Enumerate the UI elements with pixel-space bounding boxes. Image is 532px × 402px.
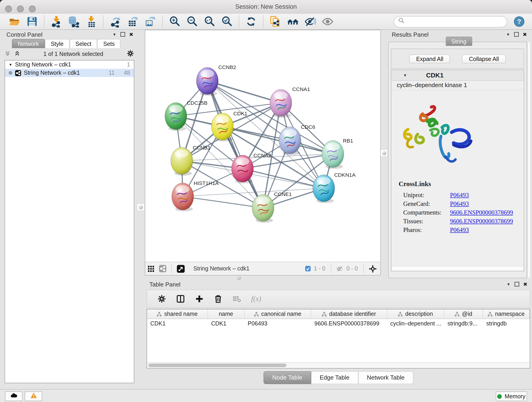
- table-cell[interactable]: CDK1: [208, 319, 244, 328]
- tab-edge-table[interactable]: Edge Table: [311, 371, 358, 384]
- delete-column-icon[interactable]: [214, 294, 223, 303]
- network-node-CCNB2[interactable]: CCNB2: [196, 64, 236, 96]
- cloud-status-button[interactable]: [5, 391, 22, 401]
- results-hscrollbar[interactable]: [392, 266, 523, 270]
- show-all-icon[interactable]: [322, 16, 334, 27]
- tab-network[interactable]: Network: [12, 39, 45, 48]
- table-cell[interactable]: CDK1: [147, 319, 208, 328]
- section-collapse-icon[interactable]: ▼: [403, 73, 407, 77]
- table-cell[interactable]: stringdb: [483, 319, 530, 328]
- crosslink-link[interactable]: P06493: [450, 226, 469, 234]
- table-hscrollbar[interactable]: [147, 362, 530, 368]
- apply-layout-icon[interactable]: [245, 16, 257, 27]
- table-menu-icon[interactable]: ▼: [507, 282, 510, 286]
- zoom-in-icon[interactable]: [169, 16, 181, 27]
- table-cell[interactable]: 9606.ENSP00000378699: [311, 319, 387, 328]
- table-cell[interactable]: stringdb:9...: [444, 319, 483, 328]
- crosslink-link[interactable]: P06493: [450, 200, 469, 207]
- network-edge[interactable]: [183, 196, 263, 208]
- table-float-icon[interactable]: [515, 282, 519, 287]
- selected-checkbox-icon[interactable]: [305, 266, 311, 271]
- add-column-icon[interactable]: [195, 294, 204, 303]
- search-box[interactable]: [394, 16, 507, 27]
- network-node-CCNA1[interactable]: CCNA1: [270, 86, 310, 118]
- hidden-eye-icon[interactable]: [336, 265, 343, 272]
- first-neighbors-icon[interactable]: [287, 16, 299, 27]
- expand-all-icon[interactable]: [14, 51, 20, 58]
- warning-status-button[interactable]: [25, 391, 42, 401]
- column-header-name[interactable]: name: [208, 309, 244, 319]
- tab-select[interactable]: Select: [70, 39, 97, 48]
- protein-section-header[interactable]: ▼ CDK1: [391, 70, 524, 81]
- hide-selected-icon[interactable]: [304, 16, 316, 27]
- crosslink-link[interactable]: 9606.ENSP00000378699: [450, 217, 513, 225]
- grid-view-icon[interactable]: [147, 265, 154, 272]
- column-header-description[interactable]: description: [387, 309, 444, 319]
- network-node-RB1[interactable]: RB1: [322, 138, 353, 169]
- save-session-icon[interactable]: [26, 16, 38, 27]
- tab-sets[interactable]: Sets: [97, 39, 121, 48]
- table-cell[interactable]: P06493: [244, 319, 311, 328]
- table-options-gear-icon[interactable]: [157, 294, 166, 303]
- import-table-icon[interactable]: [85, 16, 97, 27]
- bottom-splitter-handle[interactable]: [236, 275, 241, 280]
- show-columns-icon[interactable]: [176, 294, 185, 303]
- network-node-CDKN1A[interactable]: CDKN1A: [313, 172, 355, 203]
- results-float-icon[interactable]: [514, 32, 519, 37]
- column-header-shared-name[interactable]: shared name: [147, 309, 208, 319]
- left-splitter-handle[interactable]: [138, 204, 144, 211]
- panel-menu-icon[interactable]: ▼: [113, 32, 116, 36]
- birdseye-view-icon[interactable]: [177, 265, 185, 273]
- search-input[interactable]: [407, 18, 503, 25]
- tab-network-table[interactable]: Network Table: [358, 371, 413, 384]
- network-node-CCNE1[interactable]: CCNE1: [252, 191, 292, 223]
- network-edge[interactable]: [222, 127, 333, 154]
- export-image-icon[interactable]: [144, 16, 156, 27]
- results-vscrollbar[interactable]: [527, 42, 531, 278]
- crosslink-link[interactable]: P06493: [450, 191, 469, 199]
- network-edge[interactable]: [207, 81, 281, 103]
- memory-button[interactable]: Memory: [496, 391, 527, 401]
- table-hscroll-thumb[interactable]: [148, 364, 286, 367]
- export-network-icon[interactable]: [109, 16, 121, 27]
- table-row[interactable]: CDK1CDK1P064939606.ENSP00000378699cyclin…: [147, 319, 530, 328]
- zoom-fit-icon[interactable]: [203, 16, 215, 27]
- panel-close-icon[interactable]: ✖: [129, 32, 133, 37]
- network-node-CCNA2[interactable]: CCNA2: [232, 153, 271, 184]
- network-view-icon[interactable]: [159, 265, 166, 272]
- collapse-all-button[interactable]: Collapse All: [462, 54, 506, 63]
- expand-all-button[interactable]: Expand All: [409, 54, 450, 63]
- network-graph[interactable]: CCNB2CCNA1CDC25BCDK1CDC6RB1CCNB1CCNA2CDK…: [145, 30, 380, 262]
- fit-selected-crosshair-icon[interactable]: [369, 265, 377, 273]
- panel-float-icon[interactable]: [120, 32, 125, 37]
- import-network-icon[interactable]: [51, 16, 62, 27]
- function-builder-icon[interactable]: f(x): [251, 295, 261, 303]
- table-cell[interactable]: cyclin–dependent ...: [387, 319, 444, 328]
- column-header-canonical-name[interactable]: canonical name: [244, 309, 311, 319]
- delete-table-icon[interactable]: [232, 294, 241, 303]
- collection-collapse-icon[interactable]: ▼: [9, 63, 12, 67]
- open-session-icon[interactable]: [9, 16, 21, 27]
- network-node-CDC6[interactable]: CDC6: [279, 124, 315, 155]
- results-tab-string[interactable]: String: [445, 37, 472, 46]
- network-row[interactable]: String Network – cdk1 11 48: [5, 69, 134, 77]
- network-edge[interactable]: [207, 81, 263, 208]
- collapse-all-icon[interactable]: [5, 51, 11, 58]
- column-header-namespace[interactable]: namespace: [483, 309, 530, 319]
- table-close-icon[interactable]: ✖: [523, 281, 527, 287]
- network-list-options-gear-icon[interactable]: [127, 50, 134, 59]
- results-menu-icon[interactable]: ▼: [506, 32, 510, 36]
- right-splitter-handle[interactable]: [381, 150, 387, 156]
- network-collection-row[interactable]: ▼ String Network – cdk1 1: [5, 61, 134, 69]
- export-table-icon[interactable]: [127, 16, 139, 27]
- import-network-database-icon[interactable]: [68, 16, 80, 27]
- network-canvas[interactable]: CCNB2CCNA1CDC25BCDK1CDC6RB1CCNB1CCNA2CDK…: [145, 30, 380, 262]
- clone-network-icon[interactable]: [269, 16, 281, 27]
- zoom-selected-icon[interactable]: [221, 16, 233, 27]
- crosslink-link[interactable]: 9606.ENSP00000378699: [450, 209, 513, 216]
- help-button[interactable]: ?: [514, 16, 525, 27]
- results-close-icon[interactable]: ✖: [523, 32, 527, 37]
- column-header--id[interactable]: @id: [444, 309, 483, 319]
- tab-node-table[interactable]: Node Table: [264, 371, 311, 384]
- tab-style[interactable]: Style: [45, 39, 70, 48]
